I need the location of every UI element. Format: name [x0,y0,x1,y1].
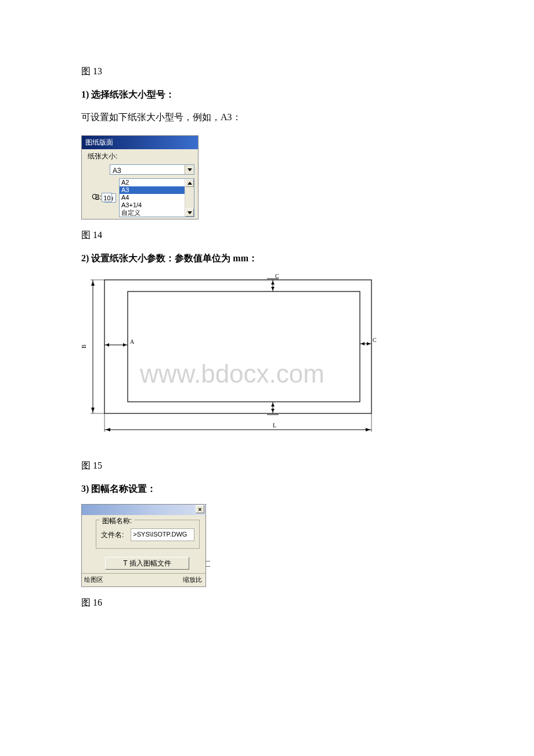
caption-fig13: 图 13 [81,64,453,79]
divider-stub [205,561,210,567]
paper-size-list[interactable]: A2 A3 A4 A3+1/4 自定义 [119,178,194,217]
diagram-label-l: L [273,422,276,429]
diagram-label-c-top: C [275,274,279,279]
heading-3: 3) 图幅名称设置： [81,481,453,496]
svg-marker-12 [367,342,370,345]
paper-size-value: A3 [110,165,185,174]
list-item[interactable]: A4 [120,194,194,201]
dialog-titlebar: × [82,505,205,515]
c-input[interactable]: 10 [102,193,112,202]
scrollbar[interactable] [185,179,194,217]
caption-fig14: 图 14 [81,228,453,243]
paper-size-dialog: 图纸版面 纸张大小: A3 B: 29 A2 A3 A4 A3+1/4 自定义 … [81,135,199,220]
list-item[interactable]: A2 [120,179,194,186]
paper-size-select[interactable]: A3 [110,164,194,175]
svg-marker-15 [123,343,127,347]
paper-dimension-diagram: C C A B [81,274,383,447]
scroll-down-icon[interactable] [185,208,194,217]
file-input[interactable]: >SYS\ISOTP.DWG [131,528,194,541]
file-label: 文件名: [101,530,124,541]
svg-marker-11 [361,342,365,345]
c-label: C: [85,192,99,203]
scroll-up-icon[interactable] [185,179,194,187]
diagram-label-c-right: C [373,337,377,343]
svg-marker-4 [271,281,275,285]
dialog-title: 图纸版面 [82,136,198,149]
diagram-label-b: B [81,344,87,348]
dropdown-arrow-icon[interactable] [185,165,194,174]
list-item[interactable]: A3 [120,186,194,194]
svg-rect-1 [128,291,360,402]
svg-marker-20 [91,408,95,412]
body-p1: 可设置如下纸张大小型号，例如，A3： [81,110,453,125]
heading-1: 1) 选择纸张大小型号： [81,87,453,102]
svg-marker-24 [106,428,110,431]
svg-marker-19 [91,281,95,286]
diagram-label-a: A [130,339,135,345]
insert-frame-button[interactable]: T 插入图幅文件 [105,557,189,570]
heading-2: 2) 设置纸张大小参数：参数值单位为 mm： [81,251,453,266]
svg-marker-7 [271,403,275,406]
svg-marker-14 [106,343,109,347]
close-icon[interactable]: × [196,505,204,513]
list-item[interactable]: 自定义 [120,209,194,217]
frame-name-dialog: × 图幅名称: 文件名: >SYS\ISOTP.DWG T 插入图幅文件 绘图区… [81,504,206,586]
frame-group-label: 图幅名称: [100,516,134,527]
paper-size-group-label: 纸张大小: [82,149,198,163]
svg-marker-8 [271,409,275,412]
bottom-left-label: 绘图区 [84,575,103,585]
caption-fig15: 图 15 [81,458,453,473]
caption-fig16: 图 16 [81,595,453,610]
svg-marker-5 [271,287,275,290]
svg-marker-25 [366,428,370,431]
list-item[interactable]: A3+1/4 [120,201,194,209]
svg-rect-0 [104,280,371,413]
bottom-right-label: 缩放比 [183,575,202,585]
